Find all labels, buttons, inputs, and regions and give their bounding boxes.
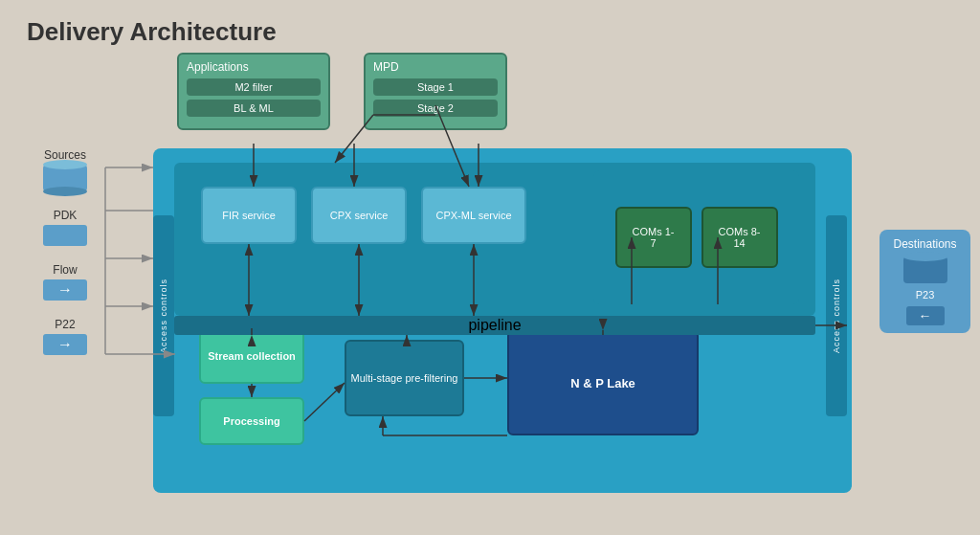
access-right-text: Access controls	[832, 279, 841, 353]
fir-service-label: FIR service	[222, 210, 276, 221]
pdk-label: PDK	[27, 209, 103, 222]
mpd-box: MPD Stage 1 Stage 2	[364, 53, 507, 130]
pdk-rect	[43, 225, 87, 246]
destinations-arrow	[906, 306, 945, 325]
cpxml-service-label: CPX-ML service	[435, 210, 511, 221]
destinations-label: Destinations	[887, 237, 963, 251]
m2filter-item: M2 filter	[187, 78, 321, 96]
processing-label: Processing	[223, 415, 279, 427]
source-flow: Flow	[27, 263, 103, 301]
coms-8-14-box: COMs 8-14	[702, 207, 778, 268]
page-title: Delivery Architecture	[27, 17, 277, 47]
page: Delivery Architecture Applications M2 fi…	[0, 0, 980, 535]
coms-1-7-box: COMs 1-7	[615, 207, 692, 268]
cpxml-service-box: CPX-ML service	[421, 187, 526, 244]
access-controls-right: Access controls	[826, 215, 847, 416]
lake-label: N & P Lake	[570, 376, 635, 390]
sources-sidebar: Sources PDK Flow P22	[27, 148, 103, 372]
access-left-text: Access controls	[159, 279, 168, 353]
processing-box: Processing	[199, 397, 304, 445]
fir-service-box: FIR service	[201, 187, 297, 244]
destinations-sidebar: Destinations P23	[880, 230, 970, 333]
access-controls-left: Access controls	[153, 215, 174, 416]
cpx-service-box: CPX service	[311, 187, 407, 244]
coms-area: COMs 1-7 COMs 8-14	[593, 170, 799, 304]
p22-arrow	[43, 334, 87, 355]
coms-1-7-label: COMs 1-7	[633, 226, 675, 249]
flow-arrow	[43, 279, 87, 301]
coms-8-14-label: COMs 8-14	[719, 226, 761, 249]
sources-cylinder	[43, 165, 87, 191]
source-sources: Sources	[27, 148, 103, 191]
stream-collection-box: Stream collection	[199, 328, 304, 384]
pipeline-bar: pipeline	[174, 316, 815, 335]
applications-box: Applications M2 filter BL & ML	[177, 53, 330, 130]
mpd-label: MPD	[373, 60, 498, 74]
p22-label: P22	[27, 318, 103, 331]
prefilter-box: Multi-stage pre-filtering	[345, 340, 464, 416]
source-pdk: PDK	[27, 209, 103, 246]
prefilter-label: Multi-stage pre-filtering	[351, 372, 458, 384]
stream-collection-label: Stream collection	[208, 350, 296, 362]
destinations-cylinder	[903, 256, 947, 283]
source-p22: P22	[27, 318, 103, 355]
stage1-item: Stage 1	[373, 78, 498, 96]
applications-label: Applications	[187, 60, 321, 74]
destinations-sub-label: P23	[887, 289, 963, 301]
lake-box: N & P Lake	[507, 330, 699, 435]
cpx-service-label: CPX service	[330, 210, 389, 221]
blml-item: BL & ML	[187, 100, 321, 117]
pipeline-label: pipeline	[468, 317, 521, 334]
stage2-item: Stage 2	[373, 100, 498, 117]
flow-label: Flow	[27, 263, 103, 277]
